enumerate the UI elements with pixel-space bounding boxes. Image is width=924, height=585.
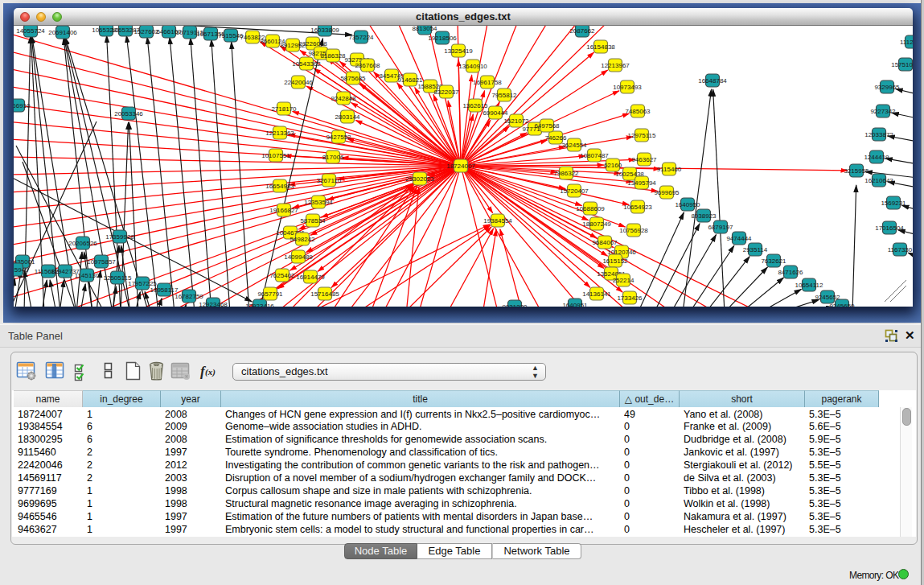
svg-text:8471626: 8471626 (778, 269, 803, 276)
svg-text:5498242: 5498242 (290, 236, 315, 243)
svg-text:1145130: 1145130 (75, 272, 100, 279)
svg-text:16654983: 16654983 (265, 183, 294, 190)
svg-text:6990444: 6990444 (483, 109, 508, 117)
svg-text:8186328: 8186328 (320, 52, 346, 60)
svg-text:7485063: 7485063 (625, 108, 651, 115)
svg-text:9699695: 9699695 (654, 189, 680, 196)
svg-text:817006: 817006 (322, 154, 344, 161)
svg-text:23226058: 23226058 (298, 40, 327, 47)
svg-text:18807249: 18807249 (582, 220, 611, 228)
svg-text:7625402: 7625402 (269, 272, 295, 279)
svg-text:14099489: 14099489 (284, 253, 313, 261)
svg-text:19166827: 19166827 (269, 207, 298, 214)
svg-text:16033809: 16033809 (310, 27, 339, 34)
svg-text:1167330: 1167330 (888, 246, 913, 253)
svg-text:7986322: 7986322 (553, 170, 579, 177)
svg-text:9115460: 9115460 (657, 166, 682, 173)
svg-text:19218506: 19218506 (428, 35, 457, 42)
svg-text:16648784: 16648784 (698, 77, 727, 84)
svg-text:9242848: 9242848 (331, 95, 356, 102)
svg-text:1621072: 1621072 (503, 117, 529, 125)
svg-text:15751074: 15751074 (891, 61, 913, 68)
svg-text:5875685: 5875685 (340, 75, 366, 82)
svg-text:3915949: 3915949 (14, 266, 29, 274)
svg-text:9227342: 9227342 (870, 108, 896, 115)
svg-text:10973493: 10973493 (613, 84, 642, 91)
svg-text:12923468: 12923468 (199, 301, 228, 307)
svg-text:20691406: 20691406 (48, 29, 77, 36)
svg-text:25302023: 25302023 (405, 175, 434, 183)
svg-text:10654112: 10654112 (795, 282, 824, 289)
svg-text:14055724: 14055724 (16, 27, 45, 35)
svg-text:16210643: 16210643 (864, 177, 893, 184)
svg-text:2718170: 2718170 (271, 105, 297, 113)
svg-text:1640950: 1640950 (675, 201, 700, 208)
svg-text:10107551: 10107551 (261, 152, 290, 159)
svg-text:12213967: 12213967 (601, 62, 630, 69)
svg-text:1362615: 1362615 (462, 102, 488, 109)
svg-text:1244419: 1244419 (864, 154, 889, 161)
svg-text:2087662: 2087662 (569, 27, 595, 35)
svg-text:22420046: 22420046 (284, 79, 313, 86)
svg-text:17016504: 17016504 (875, 225, 904, 232)
svg-text:18724007: 18724007 (446, 163, 475, 170)
svg-text:7357224: 7357224 (348, 34, 374, 41)
svg-text:16782759: 16782759 (175, 293, 203, 300)
svg-text:2367608: 2367608 (355, 62, 380, 69)
svg-text:8813054: 8813054 (412, 26, 437, 32)
svg-text:12923416: 12923416 (245, 303, 274, 307)
svg-text:16914479: 16914479 (296, 274, 325, 281)
svg-text:9463627: 9463627 (631, 156, 657, 163)
svg-text:19384554: 19384554 (483, 217, 512, 225)
svg-text:7632621: 7632621 (761, 257, 786, 265)
svg-text:62160: 62160 (604, 162, 622, 169)
svg-text:7955812: 7955812 (491, 92, 517, 99)
svg-text:1615152: 1615152 (602, 257, 628, 265)
svg-text:1527602: 1527602 (133, 28, 159, 35)
svg-text:12975115: 12975115 (628, 132, 657, 139)
svg-text:3267110: 3267110 (317, 177, 342, 184)
svg-text:14136141: 14136141 (582, 290, 611, 298)
svg-text:10543362: 10543362 (292, 60, 321, 68)
svg-text:10975857: 10975857 (87, 258, 116, 266)
svg-text:252214: 252214 (613, 277, 634, 284)
svg-text:12213363: 12213363 (265, 130, 294, 137)
svg-text:12033872: 12033872 (864, 131, 893, 138)
svg-text:1640951: 1640951 (562, 302, 588, 307)
svg-text:10654923: 10654923 (623, 204, 652, 211)
svg-text:8938923: 8938923 (691, 212, 717, 220)
svg-text:9657791: 9657791 (257, 290, 283, 298)
svg-text:3624554: 3624554 (561, 142, 587, 149)
svg-text:15720407: 15720407 (560, 187, 589, 195)
svg-text:3215955: 3215955 (844, 167, 869, 175)
svg-text:5878534: 5878534 (300, 217, 326, 225)
svg-text:2935114: 2935114 (743, 246, 768, 253)
svg-text:12353594: 12353594 (304, 199, 333, 206)
svg-text:8322037: 8322037 (433, 89, 459, 96)
svg-text:1733426: 1733426 (617, 295, 643, 302)
svg-text:6879197: 6879197 (708, 224, 733, 231)
svg-text:9329965: 9329965 (874, 84, 900, 91)
svg-text:2166910: 2166910 (14, 102, 31, 109)
svg-text:10756928: 10756928 (619, 227, 648, 234)
svg-text:13325419: 13325419 (444, 47, 473, 55)
svg-text:20053346: 20053346 (114, 110, 143, 117)
svg-text:20206526: 20206526 (68, 240, 97, 247)
svg-text:1112033: 1112033 (900, 39, 913, 46)
svg-text:9474444: 9474444 (726, 235, 752, 242)
svg-text:9684067: 9684067 (592, 239, 618, 246)
svg-text:16961758: 16961758 (473, 79, 502, 86)
svg-text:9427552: 9427552 (326, 134, 351, 141)
svg-text:13495794: 13495794 (627, 179, 656, 187)
svg-text:9831220: 9831220 (502, 303, 528, 307)
svg-text:746266: 746266 (545, 134, 567, 142)
svg-text:15716485: 15716485 (310, 290, 339, 298)
svg-text:6497568: 6497568 (534, 122, 560, 130)
svg-text:13640910: 13640910 (458, 63, 487, 70)
svg-text:17359928: 17359928 (105, 233, 134, 241)
svg-text:1569231: 1569231 (881, 200, 906, 207)
svg-text:2803144: 2803144 (335, 113, 360, 121)
svg-text:9245650: 9245650 (829, 303, 855, 307)
svg-text:10688609: 10688609 (576, 205, 605, 212)
svg-text:16154838: 16154838 (586, 43, 615, 51)
